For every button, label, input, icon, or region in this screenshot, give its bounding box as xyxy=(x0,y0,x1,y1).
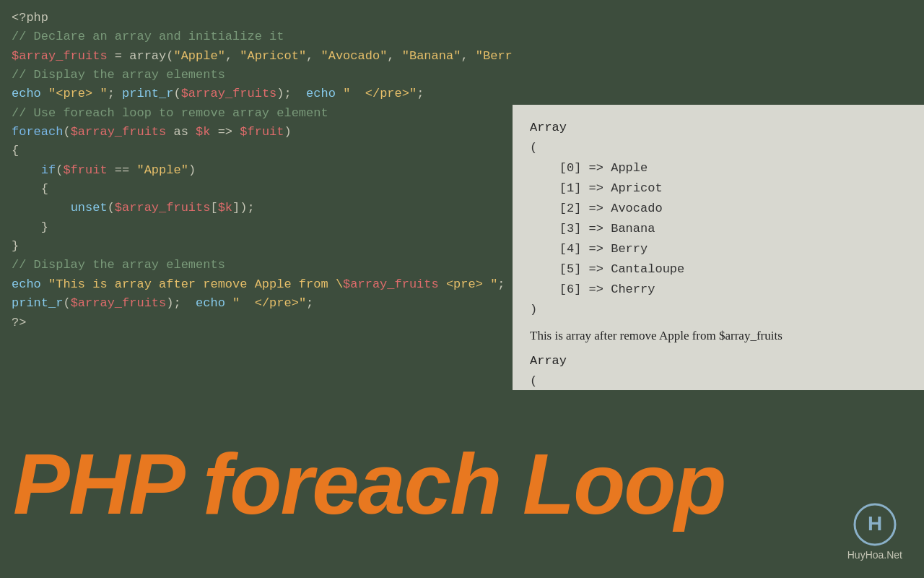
big-title: PHP foreach Loop xyxy=(0,441,725,527)
output1-item-3: [3] => Banana xyxy=(530,219,907,239)
code-line-13: } xyxy=(12,237,501,256)
code-line-4: // Display the array elements xyxy=(12,66,501,85)
output1-item-5: [5] => Cantaloupe xyxy=(530,259,907,280)
bottom-bar: PHP foreach Loop xyxy=(0,390,924,578)
logo-area: H HuyHoa.Net xyxy=(847,503,902,561)
output1-item-6: [6] => Cherry xyxy=(530,280,907,300)
code-line-14: // Display the array elements xyxy=(12,256,501,275)
code-editor: <?php // Declare an array and initialize… xyxy=(0,0,513,390)
code-line-1: <?php xyxy=(12,9,501,27)
code-line-3: $array_fruits = array("Apple", "Apricot"… xyxy=(12,47,501,66)
output2-title: Array xyxy=(530,351,907,371)
code-line-11: unset($array_fruits[$k]); xyxy=(12,199,501,217)
code-line-2: // Declare an array and initialize it xyxy=(12,27,501,46)
output1-open: ( xyxy=(530,138,907,158)
code-line-6: // Use foreach loop to remove array elem… xyxy=(12,104,501,123)
output1-item-2: [2] => Avocado xyxy=(530,199,907,219)
output2-open: ( xyxy=(530,371,907,392)
code-line-17: ?> xyxy=(12,314,501,332)
code-line-15: echo "This is array after remove Apple f… xyxy=(12,275,501,294)
output1-item-0: [0] => Apple xyxy=(530,158,907,178)
code-line-9: if($fruit == "Apple") xyxy=(12,161,501,180)
logo-icon: H xyxy=(853,503,897,546)
output1-item-1: [1] => Apricot xyxy=(530,178,907,199)
output1-item-4: [4] => Berry xyxy=(530,239,907,259)
output-panel: Array ( [0] => Apple [1] => Apricot [2] … xyxy=(513,105,924,394)
output1-close: ) xyxy=(530,300,907,320)
code-line-5: echo "<pre> "; print_r($array_fruits); e… xyxy=(12,85,501,103)
code-line-16: print_r($array_fruits); echo " </pre>"; xyxy=(12,294,501,313)
logo-text: HuyHoa.Net xyxy=(847,549,902,561)
code-line-7: foreach($array_fruits as $k => $fruit) xyxy=(12,123,501,142)
output-message: This is array after remove Apple from $a… xyxy=(530,326,907,346)
svg-text:H: H xyxy=(868,512,882,535)
code-line-12: } xyxy=(12,218,501,237)
code-line-10: { xyxy=(12,180,501,199)
code-line-8: { xyxy=(12,142,501,160)
output1-title: Array xyxy=(530,118,907,138)
